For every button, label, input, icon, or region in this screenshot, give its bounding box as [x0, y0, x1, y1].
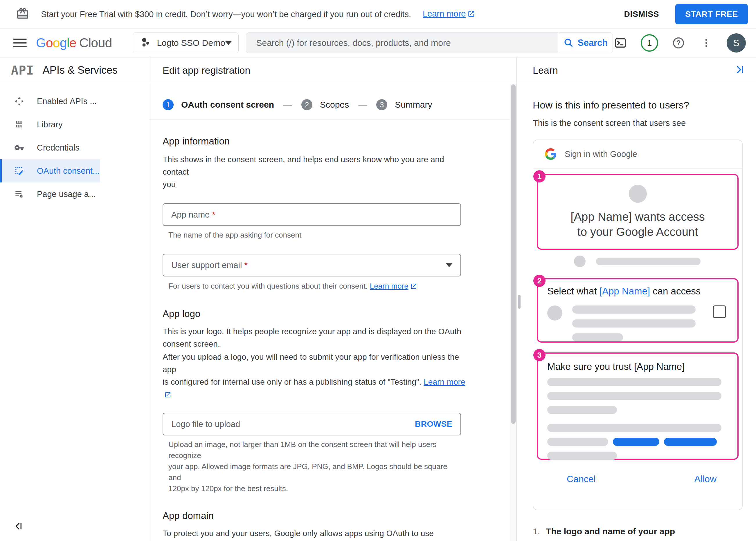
- step-1-label[interactable]: OAuth consent screen: [181, 100, 274, 110]
- text-line: can access: [650, 286, 701, 296]
- account-avatar[interactable]: S: [727, 33, 746, 53]
- avatar-placeholder: [574, 256, 586, 267]
- annotation-box-2: 2 Select what [App Name] can access: [537, 278, 739, 342]
- allow-button[interactable]: Allow: [694, 474, 717, 484]
- project-selector[interactable]: Logto SSO Demo: [133, 33, 239, 53]
- panel-resize-handle[interactable]: [518, 295, 521, 309]
- learn-subheading: This is the consent screen that users se…: [533, 118, 744, 128]
- search-icon: [563, 37, 574, 48]
- text-line: 120px by 120px for the best results.: [168, 483, 456, 494]
- step-3-label[interactable]: Summary: [395, 100, 432, 110]
- text-line: This is your logo. It helps people recog…: [163, 325, 470, 338]
- text-placeholder-bar: [547, 406, 617, 414]
- sidebar-item-enabled-apis[interactable]: Enabled APIs ...: [0, 90, 100, 113]
- logo-upload-label: Logo file to upload: [171, 419, 240, 429]
- logo-upload-helper: Upload an image, not larger than 1MB on …: [163, 439, 456, 494]
- learn-content: How is this info presented to users? Thi…: [517, 83, 756, 536]
- sidebar-item-credentials[interactable]: Credentials: [0, 136, 100, 159]
- step-2-label[interactable]: Scopes: [320, 100, 349, 110]
- main-scroll-area: 1 OAuth consent screen — 2 Scopes — 3 Su…: [149, 83, 516, 541]
- search-bar: Search: [246, 33, 613, 53]
- stepper: 1 OAuth consent screen — 2 Scopes — 3 Su…: [149, 83, 510, 120]
- scope-icon-placeholder: [547, 305, 562, 320]
- app-name-field[interactable]: App name *: [163, 203, 461, 226]
- text-line: [App Name] wants access: [538, 209, 737, 224]
- sidebar-item-oauth-consent[interactable]: OAuth consent...: [0, 159, 100, 183]
- step-separator: —: [357, 100, 369, 110]
- logo-upload-field[interactable]: Logo file to upload BROWSE: [163, 413, 461, 435]
- google-cloud-logo[interactable]: GoogleCloud: [36, 35, 112, 51]
- cloud-shell-icon[interactable]: [613, 35, 628, 51]
- text-placeholder-bar: [572, 305, 696, 313]
- scope-checkbox[interactable]: [713, 305, 726, 318]
- app-domain-heading: App domain: [163, 510, 496, 521]
- project-name: Logto SSO Demo: [157, 38, 225, 48]
- search-button-label: Search: [578, 38, 608, 48]
- text-line: your app. Allowed image formats are JPG,…: [168, 461, 456, 483]
- app-information-description: This shows in the consent screen, and he…: [163, 153, 470, 191]
- chevron-down-icon: [225, 41, 232, 45]
- logo-placeholder-circle: [629, 185, 647, 203]
- app-logo-description-2: After you upload a logo, you will need t…: [163, 351, 470, 402]
- logo-letter: e: [69, 35, 76, 50]
- text-placeholder-bar: [547, 392, 721, 400]
- logo-learn-more-link[interactable]: Learn more: [424, 377, 465, 386]
- step-1-circle: 1: [163, 99, 174, 110]
- start-free-button[interactable]: START FREE: [675, 4, 748, 24]
- menu-icon[interactable]: [13, 36, 27, 50]
- list-gear-icon: [14, 189, 24, 199]
- email-helper: For users to contact you with questions …: [163, 280, 456, 293]
- notifications-badge[interactable]: 1: [641, 34, 658, 52]
- sidebar-item-page-usage[interactable]: Page usage a...: [0, 183, 100, 206]
- app-logo-heading: App logo: [163, 308, 496, 319]
- text-line: To protect you and your users, Google on…: [163, 527, 470, 541]
- consent-actions: Cancel Allow: [533, 474, 742, 484]
- logo-cloud-text: Cloud: [79, 35, 112, 50]
- open-in-new-icon: [467, 10, 475, 20]
- text-line: consent screen.: [163, 338, 470, 350]
- scrollbar-thumb[interactable]: [511, 84, 516, 424]
- logo-letter: l: [67, 35, 69, 50]
- app-name-label: App name: [171, 210, 210, 220]
- collapse-sidebar-icon[interactable]: [14, 521, 24, 533]
- sidebar-item-label: OAuth consent...: [37, 166, 100, 176]
- dismiss-button[interactable]: DISMISS: [616, 4, 667, 24]
- google-g-icon: [545, 148, 557, 160]
- banner-message: Start your Free Trial with $300 in credi…: [41, 10, 411, 19]
- sidebar-title: APIs & Services: [43, 64, 118, 76]
- open-in-new-icon: [164, 389, 171, 402]
- browse-button[interactable]: BROWSE: [415, 419, 452, 429]
- google-cloud-console: Start your Free Trial with $300 in credi…: [0, 0, 756, 541]
- user-support-email-select[interactable]: User support email *: [163, 254, 461, 276]
- page-title: Edit app registration: [163, 65, 250, 76]
- sidebar-item-library[interactable]: Library: [0, 113, 100, 136]
- sidebar: API APIs & Services Enabled APIs ... Lib…: [0, 57, 149, 541]
- more-options-icon[interactable]: [699, 35, 714, 51]
- text-placeholder-bar: [547, 438, 608, 446]
- email-learn-more-link[interactable]: Learn more: [370, 282, 408, 290]
- required-asterisk: *: [212, 210, 215, 220]
- help-icon[interactable]: ?: [671, 35, 686, 51]
- annotation-box-3: 3 Make sure you trust [App Name]: [537, 352, 739, 460]
- text-placeholder-bar: [596, 258, 701, 265]
- logo-letter: o: [53, 35, 60, 50]
- search-button[interactable]: Search: [558, 33, 613, 53]
- banner-learn-more-link[interactable]: Learn more: [423, 9, 466, 18]
- key-icon: [14, 143, 24, 153]
- text-placeholder-bar: [547, 452, 617, 460]
- collapse-panel-icon[interactable]: [735, 64, 746, 76]
- open-in-new-icon: [410, 282, 417, 293]
- app-name-helper: The name of the app asking for consent: [163, 230, 456, 241]
- annotation-badge-2: 2: [533, 275, 546, 287]
- email-label: User support email: [171, 261, 242, 270]
- text-placeholder-bar: [572, 333, 623, 341]
- search-input[interactable]: [246, 33, 558, 53]
- main-panel: Edit app registration 1 OAuth consent sc…: [149, 57, 517, 541]
- consent-header: Sign in with Google: [533, 140, 742, 169]
- text-line: For users to contact you with questions …: [168, 282, 370, 290]
- sidebar-nav: Enabled APIs ... Library Credentials: [0, 83, 149, 206]
- learn-heading: How is this info presented to users?: [533, 100, 744, 111]
- cancel-button[interactable]: Cancel: [567, 474, 596, 484]
- app-logo-description-1: This is your logo. It helps people recog…: [163, 325, 470, 350]
- app-domain-description: To protect you and your users, Google on…: [163, 527, 470, 541]
